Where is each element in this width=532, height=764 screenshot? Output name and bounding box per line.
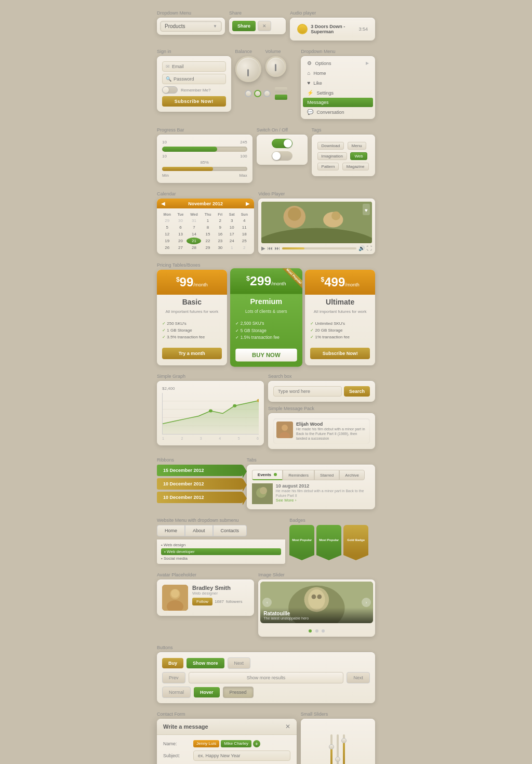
- cal-cell[interactable]: 30: [175, 217, 187, 224]
- see-more-link[interactable]: See More ›: [276, 498, 370, 503]
- tab-starred[interactable]: Starred: [314, 470, 339, 480]
- tag-menu[interactable]: Menu: [348, 142, 366, 150]
- slider-prev-btn[interactable]: ‹: [262, 598, 272, 607]
- slider-dot-2[interactable]: [315, 629, 318, 633]
- email-input[interactable]: [172, 64, 222, 69]
- add-recipient-btn[interactable]: +: [253, 740, 260, 747]
- cal-cell[interactable]: 23: [215, 238, 226, 244]
- video-next-btn[interactable]: ⏭: [275, 245, 280, 251]
- cal-cell[interactable]: 16: [215, 231, 226, 238]
- menu-item-conversation[interactable]: 💬 Conversation: [303, 107, 373, 117]
- progress-bar[interactable]: [162, 147, 247, 152]
- follow-button[interactable]: Follow: [192, 598, 212, 605]
- checkbox2[interactable]: [275, 95, 287, 100]
- cal-cell[interactable]: 14: [187, 231, 201, 238]
- vslider-1-track[interactable]: [330, 734, 332, 764]
- tag-magazine[interactable]: Magazine: [342, 163, 369, 170]
- menu-item-messages[interactable]: Messages: [303, 98, 373, 107]
- cal-cell[interactable]: 27: [175, 244, 187, 251]
- cal-cell[interactable]: 20: [175, 238, 187, 244]
- cal-today[interactable]: 21: [187, 238, 201, 244]
- cal-cell[interactable]: 2: [215, 217, 226, 224]
- switch-off[interactable]: [272, 151, 292, 161]
- cal-cell[interactable]: 3: [226, 217, 237, 224]
- nav-contacts[interactable]: Contacts: [213, 525, 247, 536]
- menu-item-home[interactable]: ⌂ Home: [303, 68, 373, 78]
- btn-next[interactable]: Next: [228, 657, 251, 669]
- btn-prev2[interactable]: Prev: [162, 672, 185, 683]
- btn-show-results[interactable]: Show more results: [189, 672, 344, 683]
- btn-buy[interactable]: Buy: [162, 658, 183, 668]
- cal-cell[interactable]: 11: [237, 224, 251, 231]
- subject-input[interactable]: [193, 750, 290, 761]
- btn-show-more[interactable]: Show more: [187, 658, 224, 668]
- nav-home[interactable]: Home: [157, 525, 185, 536]
- cal-cell[interactable]: 25: [237, 238, 251, 244]
- premium-cta[interactable]: BUY NOW: [235, 349, 297, 362]
- cal-cell[interactable]: 22: [201, 238, 214, 244]
- cal-cell[interactable]: 12: [160, 231, 175, 238]
- share-fb-button[interactable]: Share: [232, 21, 256, 31]
- cal-cell[interactable]: 17: [226, 231, 237, 238]
- cal-cell[interactable]: 29: [201, 244, 214, 251]
- cal-cell[interactable]: 24: [226, 238, 237, 244]
- cal-cell[interactable]: 30: [215, 244, 226, 251]
- video-play-btn[interactable]: ▶: [261, 245, 265, 251]
- vslider-2-track[interactable]: [337, 734, 339, 764]
- nav-sub-webdev[interactable]: • Web developer: [161, 548, 281, 555]
- cal-cell[interactable]: 19: [160, 238, 175, 244]
- search-input[interactable]: [273, 386, 342, 397]
- search-button[interactable]: Search: [344, 386, 370, 397]
- radio-btn1[interactable]: [245, 90, 252, 97]
- btn-next2[interactable]: Next: [347, 672, 370, 683]
- slider-dot-1[interactable]: [309, 629, 312, 633]
- cal-next[interactable]: ▶: [246, 201, 250, 206]
- form-close-btn[interactable]: ✕: [285, 723, 290, 730]
- cal-cell[interactable]: 13: [175, 231, 187, 238]
- cal-cell[interactable]: 2: [237, 244, 251, 251]
- video-fullscreen-btn[interactable]: ⛶: [367, 245, 372, 251]
- progress-bar2[interactable]: [162, 167, 247, 171]
- ultimate-cta[interactable]: Subscribe Now!: [310, 348, 370, 359]
- tab-reminders[interactable]: Reminders: [283, 470, 314, 480]
- cal-cell[interactable]: 18: [237, 231, 251, 238]
- video-progress-bar[interactable]: [282, 247, 356, 249]
- radio-btn2[interactable]: [254, 90, 261, 97]
- btn-normal[interactable]: Normal: [162, 687, 191, 698]
- tab-events[interactable]: Events: [252, 470, 283, 480]
- vslider-3-thumb[interactable]: [341, 738, 347, 743]
- subscribe-button[interactable]: Subscribe Now!: [162, 96, 226, 107]
- btn-pressed[interactable]: Pressed: [223, 687, 254, 698]
- password-input[interactable]: [174, 76, 222, 82]
- cal-cell[interactable]: 26: [160, 244, 175, 251]
- cal-cell[interactable]: 31: [187, 217, 201, 224]
- switch-on[interactable]: [272, 139, 292, 148]
- cal-cell[interactable]: 15: [201, 231, 214, 238]
- slider-next-btn[interactable]: ›: [362, 598, 371, 607]
- cal-cell[interactable]: 7: [187, 224, 201, 231]
- vslider-3-track[interactable]: [343, 734, 345, 764]
- radio-btn3[interactable]: [263, 90, 271, 97]
- vslider-1-thumb[interactable]: [329, 744, 334, 749]
- menu-item-settings[interactable]: ⚡ Settings: [303, 88, 373, 98]
- basic-cta[interactable]: Try a month: [162, 348, 222, 359]
- cal-cell[interactable]: 6: [175, 224, 187, 231]
- cal-cell[interactable]: 1: [226, 244, 237, 251]
- video-heart[interactable]: ♥: [363, 204, 370, 215]
- video-volume-btn[interactable]: 🔊: [358, 245, 365, 251]
- remember-toggle[interactable]: [162, 86, 178, 94]
- vslider-2-thumb[interactable]: [335, 757, 340, 762]
- cal-cell[interactable]: 4: [237, 217, 251, 224]
- cal-cell[interactable]: 5: [160, 224, 175, 231]
- dropdown-select[interactable]: Products ▼: [160, 21, 222, 32]
- slider-dot-3[interactable]: [322, 629, 325, 633]
- cal-cell[interactable]: 9: [215, 224, 226, 231]
- tag-imagination[interactable]: Imagination: [317, 152, 347, 160]
- cal-cell[interactable]: 28: [187, 244, 201, 251]
- volume-knob[interactable]: [265, 56, 286, 77]
- tag-download[interactable]: Download: [317, 142, 344, 150]
- btn-hover[interactable]: Hover: [194, 687, 220, 697]
- cal-cell[interactable]: 10: [226, 224, 237, 231]
- share-x-button[interactable]: ✕: [258, 21, 271, 31]
- nav-sub-social[interactable]: • Social media: [161, 555, 281, 562]
